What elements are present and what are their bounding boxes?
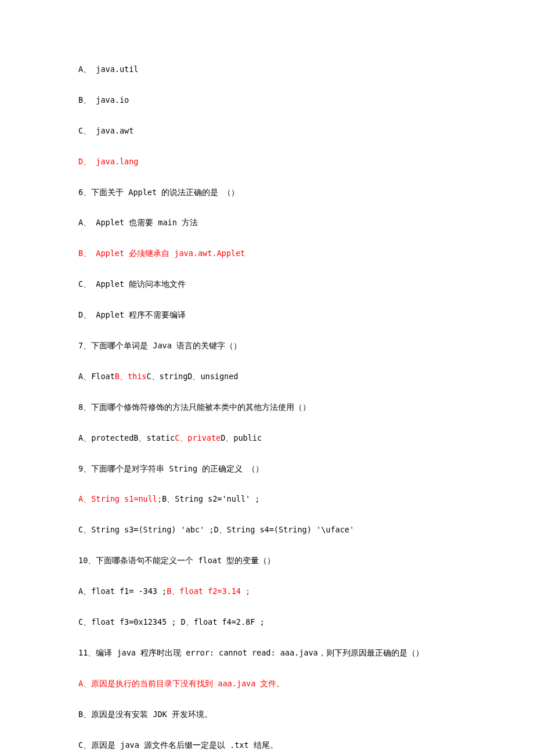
text-line: C、String s3=(String) 'abc' ;D、String s4=…	[78, 524, 456, 535]
question-text: C、String s3=(String) 'abc' ;	[78, 525, 214, 534]
text-line: C、原因是 java 源文件名后缀一定是以 .txt 结尾。	[78, 740, 456, 751]
question-text: C、float f3=0x12345 ;	[78, 617, 181, 627]
question-text: B、static	[134, 433, 175, 442]
document-body: A、 java.utilB、 java.ioC、 java.awtD、 java…	[78, 64, 456, 756]
text-line: B、原因是没有安装 JDK 开发环境。	[78, 709, 456, 720]
text-line: 10、下面哪条语句不能定义一个 float 型的变量（）	[78, 555, 456, 566]
text-line: D、 Applet 程序不需要编译	[78, 309, 456, 321]
text-line: D、 java.lang	[78, 156, 456, 167]
question-text: 8、下面哪个修饰符修饰的方法只能被本类中的其他方法使用（）	[78, 402, 311, 412]
question-text: A、 java.util	[78, 64, 138, 74]
text-line: 9、下面哪个是对字符串 String 的正确定义 （）	[78, 463, 456, 474]
question-text: C、string	[146, 372, 187, 381]
text-line: A、原因是执行的当前目录下没有找到 aaa.java 文件。	[78, 678, 456, 689]
text-line: 6、下面关于 Applet 的说法正确的是 （）	[78, 187, 456, 198]
question-text: A、float f1= -343 ;	[78, 586, 167, 596]
question-text: 6、下面关于 Applet 的说法正确的是 （）	[78, 188, 239, 197]
question-text: D、float f4=2.8F ;	[181, 617, 265, 627]
text-line: B、 Applet 必须继承自 java.awt.Applet	[78, 248, 456, 259]
text-line: 8、下面哪个修饰符修饰的方法只能被本类中的其他方法使用（）	[78, 402, 456, 413]
text-line: A、protectedB、staticC、privateD、public	[78, 433, 456, 444]
text-line: 11、编译 java 程序时出现 error: cannot read: aaa…	[78, 647, 456, 658]
text-line: B、 java.io	[78, 95, 456, 106]
question-text: 11、编译 java 程序时出现 error: cannot read: aaa…	[78, 648, 424, 657]
text-line: A、 java.util	[78, 64, 456, 75]
question-text: D、 Applet 程序不需要编译	[78, 310, 186, 319]
text-line: A、 Applet 也需要 main 方法	[78, 217, 456, 228]
answer-text: B、 Applet 必须继承自 java.awt.Applet	[78, 249, 245, 258]
answer-text: D、 java.lang	[78, 157, 138, 166]
question-text: D、public	[221, 433, 262, 442]
question-text: B、 java.io	[78, 95, 129, 105]
question-text: B、String s2='null' ;	[162, 494, 259, 503]
question-text: A、protected	[78, 433, 134, 442]
question-text: D、unsigned	[187, 372, 238, 381]
text-line: A、float f1= -343 ;B、float f2=3.14 ;	[78, 586, 456, 597]
answer-text: B、float f2=3.14 ;	[167, 586, 250, 596]
answer-text: A、原因是执行的当前目录下没有找到 aaa.java 文件。	[78, 679, 284, 688]
text-line: C、 Applet 能访问本地文件	[78, 279, 456, 290]
answer-text: A、String s1=null;	[78, 494, 162, 503]
question-text: 10、下面哪条语句不能定义一个 float 型的变量（）	[78, 556, 275, 565]
question-text: B、原因是没有安装 JDK 开发环境。	[78, 710, 212, 719]
question-text: A、 Applet 也需要 main 方法	[78, 218, 198, 227]
question-text: A、Float	[78, 372, 115, 381]
question-text: C、原因是 java 源文件名后缀一定是以 .txt 结尾。	[78, 740, 278, 750]
text-line: A、String s1=null;B、String s2='null' ;	[78, 494, 456, 505]
text-line: C、 java.awt	[78, 125, 456, 136]
question-text: C、 java.awt	[78, 126, 134, 135]
question-text: C、 Applet 能访问本地文件	[78, 279, 186, 289]
text-line: A、FloatB、thisC、stringD、unsigned	[78, 371, 456, 382]
answer-text: C、private	[175, 433, 221, 442]
text-line: 7、下面哪个单词是 Java 语言的关键字（）	[78, 340, 456, 351]
question-text: 9、下面哪个是对字符串 String 的正确定义 （）	[78, 464, 264, 473]
text-line: C、float f3=0x12345 ; D、float f4=2.8F ;	[78, 617, 456, 628]
question-text: 7、下面哪个单词是 Java 语言的关键字（）	[78, 341, 241, 350]
answer-text: B、this	[115, 372, 147, 381]
question-text: D、String s4=(String) '\uface'	[214, 525, 354, 534]
